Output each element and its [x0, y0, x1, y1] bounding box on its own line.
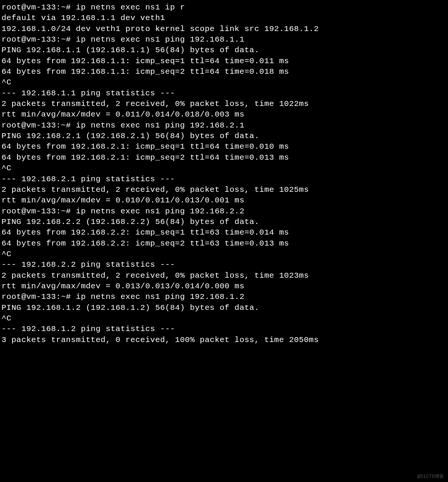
- terminal-line: 2 packets transmitted, 2 received, 0% pa…: [2, 271, 446, 281]
- terminal-line: 192.168.1.0/24 dev veth1 proto kernel sc…: [2, 24, 446, 34]
- terminal-line: 64 bytes from 192.168.2.2: icmp_seq=2 tt…: [2, 238, 446, 249]
- terminal-line: rtt min/avg/max/mdev = 0.011/0.014/0.018…: [2, 109, 446, 120]
- terminal-line: root@vm-133:~# ip netns exec ns1 ping 19…: [2, 120, 446, 131]
- terminal-line: --- 192.168.2.1 ping statistics ---: [2, 174, 446, 185]
- terminal-line: PING 192.168.1.1 (192.168.1.1) 56(84) by…: [2, 45, 446, 56]
- terminal-line: default via 192.168.1.1 dev veth1: [2, 13, 446, 23]
- watermark-text: @51CTO博客: [417, 474, 444, 480]
- terminal-line: root@vm-133:~# ip netns exec ns1 ping 19…: [2, 292, 446, 302]
- terminal-output[interactable]: root@vm-133:~# ip netns exec ns1 ip rdef…: [2, 2, 446, 345]
- terminal-line: ^C: [2, 163, 446, 174]
- terminal-line: 2 packets transmitted, 2 received, 0% pa…: [2, 185, 446, 195]
- terminal-line: ^C: [2, 249, 446, 260]
- terminal-line: PING 192.168.2.1 (192.168.2.1) 56(84) by…: [2, 131, 446, 141]
- terminal-line: root@vm-133:~# ip netns exec ns1 ping 19…: [2, 34, 446, 45]
- terminal-line: root@vm-133:~# ip netns exec ns1 ip r: [2, 2, 446, 13]
- terminal-line: 64 bytes from 192.168.1.1: icmp_seq=2 tt…: [2, 67, 446, 77]
- terminal-line: ^C: [2, 313, 446, 324]
- terminal-line: PING 192.168.1.2 (192.168.1.2) 56(84) by…: [2, 303, 446, 313]
- terminal-line: 64 bytes from 192.168.2.1: icmp_seq=1 tt…: [2, 141, 446, 152]
- terminal-line: --- 192.168.1.1 ping statistics ---: [2, 88, 446, 99]
- terminal-line: rtt min/avg/max/mdev = 0.010/0.011/0.013…: [2, 195, 446, 206]
- terminal-line: PING 192.168.2.2 (192.168.2.2) 56(84) by…: [2, 217, 446, 227]
- terminal-line: --- 192.168.1.2 ping statistics ---: [2, 324, 446, 334]
- terminal-line: 3 packets transmitted, 0 received, 100% …: [2, 335, 446, 345]
- terminal-line: 64 bytes from 192.168.2.1: icmp_seq=2 tt…: [2, 152, 446, 163]
- terminal-line: 64 bytes from 192.168.1.1: icmp_seq=1 tt…: [2, 56, 446, 67]
- terminal-line: 2 packets transmitted, 2 received, 0% pa…: [2, 99, 446, 109]
- terminal-line: root@vm-133:~# ip netns exec ns1 ping 19…: [2, 206, 446, 217]
- terminal-line: --- 192.168.2.2 ping statistics ---: [2, 260, 446, 270]
- terminal-line: rtt min/avg/max/mdev = 0.013/0.013/0.014…: [2, 281, 446, 292]
- terminal-line: 64 bytes from 192.168.2.2: icmp_seq=1 tt…: [2, 227, 446, 238]
- terminal-line: ^C: [2, 77, 446, 88]
